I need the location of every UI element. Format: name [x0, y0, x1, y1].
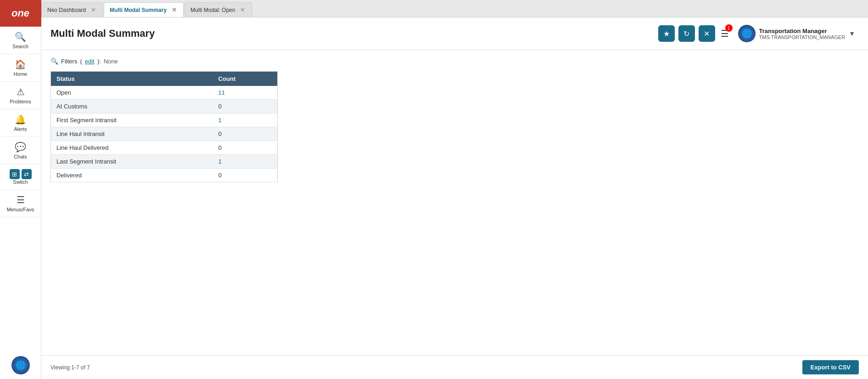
bell-icon: 🔔: [15, 114, 26, 125]
filters-value: None: [104, 58, 118, 65]
main-area: Neo Dashboard ✕ Multi Modal Summary ✕ Mu…: [41, 0, 868, 379]
filters-edit-link[interactable]: edit: [85, 58, 95, 65]
user-avatar: 🌐: [738, 25, 756, 42]
sidebar-label-home: Home: [14, 71, 27, 77]
count-link[interactable]: 11: [218, 89, 224, 96]
sidebar-user-avatar[interactable]: 🌐: [11, 356, 30, 374]
sidebar-label-switch: Switch: [13, 179, 28, 185]
tab-label-neo-dashboard: Neo Dashboard: [47, 7, 86, 13]
sidebar-bottom: 🌐: [0, 356, 41, 379]
warning-icon: ⚠: [17, 86, 25, 97]
close-button[interactable]: ✕: [699, 25, 715, 42]
sidebar-label-chats: Chats: [14, 154, 27, 159]
cell-count: 0: [213, 169, 277, 182]
content-header: Multi Modal Summary ★ ↻ ✕ ☰ 1 🌐 Transpor…: [41, 17, 868, 50]
sidebar-item-chats[interactable]: 💬 Chats: [0, 137, 41, 164]
user-profile[interactable]: 🌐 Transportation Manager TMS.TRANSPORTAT…: [734, 23, 859, 44]
star-icon: ★: [663, 29, 670, 38]
table-row: Last Segment Intransit1: [51, 155, 278, 169]
user-role: TMS.TRANSPORTATION_MANAGER: [759, 34, 846, 40]
notification-wrapper: ☰ 1: [719, 26, 731, 41]
viewing-text: Viewing 1-7 of 7: [50, 364, 90, 371]
dropdown-arrow-icon: ▼: [849, 30, 855, 37]
col-header-count: Count: [213, 72, 277, 86]
app-logo[interactable]: one: [0, 0, 41, 27]
cell-status: Last Segment Intransit: [51, 155, 213, 169]
switch-icons-row: ⊞ ⇄: [10, 169, 32, 179]
cell-count[interactable]: 1: [213, 113, 277, 127]
table-row: Line Haul Delivered0: [51, 141, 278, 155]
sidebar-item-search[interactable]: 🔍 Search: [0, 27, 41, 54]
search-icon: 🔍: [15, 31, 26, 42]
sidebar-label-problems: Problems: [10, 99, 31, 104]
sidebar-item-alerts[interactable]: 🔔 Alerts: [0, 109, 41, 137]
switch-icon-right: ⇄: [22, 169, 32, 179]
sidebar-item-switch[interactable]: ⊞ ⇄ Switch: [0, 164, 41, 190]
content-footer: Viewing 1-7 of 7 Export to CSV: [41, 355, 868, 379]
chat-icon: 💬: [15, 141, 26, 153]
tab-label-multi-modal-summary: Multi Modal Summary: [110, 7, 167, 13]
tab-close-multi-modal-summary[interactable]: ✕: [170, 6, 178, 14]
home-icon: 🏠: [15, 59, 26, 70]
cell-status: Delivered: [51, 169, 213, 182]
content-area: 🔍 Filters ( edit ): None Status Count Op…: [41, 50, 868, 355]
tab-close-multi-modal-open[interactable]: ✕: [239, 6, 246, 14]
col-header-status: Status: [51, 72, 213, 86]
cell-count[interactable]: 11: [213, 86, 277, 100]
tab-multi-modal-open[interactable]: Multi Modal: Open ✕: [185, 2, 252, 17]
table-header-row: Status Count: [51, 72, 278, 86]
page-title: Multi Modal Summary: [50, 28, 155, 40]
summary-table: Status Count Open11At Customs0First Segm…: [50, 71, 278, 182]
cell-status: Open: [51, 86, 213, 100]
switch-icon-left: ⊞: [10, 169, 20, 179]
sidebar-label-alerts: Alerts: [14, 126, 27, 132]
sidebar-label-search: Search: [12, 44, 28, 49]
header-actions: ★ ↻ ✕ ☰ 1 🌐 Transportation Manager TMS.T…: [658, 23, 859, 44]
tab-neo-dashboard[interactable]: Neo Dashboard ✕: [41, 2, 103, 17]
refresh-button[interactable]: ↻: [678, 25, 695, 42]
menu-icon: ☰: [17, 194, 25, 205]
table-row: Open11: [51, 86, 278, 100]
cell-count[interactable]: 1: [213, 155, 277, 169]
close-icon: ✕: [704, 29, 710, 38]
sidebar-item-menus-favs[interactable]: ☰ Menus/Favs: [0, 190, 41, 217]
table-row: Delivered0: [51, 169, 278, 182]
user-info: Transportation Manager TMS.TRANSPORTATIO…: [759, 28, 846, 40]
count-link[interactable]: 1: [218, 117, 221, 124]
filters-open-paren: (: [80, 58, 82, 65]
export-csv-button[interactable]: Export to CSV: [802, 360, 859, 374]
filters-close-paren: ):: [97, 58, 101, 65]
sidebar: one 🔍 Search 🏠 Home ⚠ Problems 🔔 Alerts …: [0, 0, 41, 379]
sidebar-item-home[interactable]: 🏠 Home: [0, 54, 41, 82]
filter-search-icon: 🔍: [50, 57, 58, 65]
notification-badge: 1: [725, 24, 733, 32]
table-row: First Segment Intransit1: [51, 113, 278, 127]
filters-label: Filters: [61, 58, 77, 65]
tab-multi-modal-summary[interactable]: Multi Modal Summary ✕: [104, 2, 184, 17]
cell-status: Line Haul Delivered: [51, 141, 213, 155]
tab-close-neo-dashboard[interactable]: ✕: [90, 6, 97, 14]
table-row: Line Haul Intransit0: [51, 127, 278, 141]
cell-count: 0: [213, 100, 277, 113]
count-link[interactable]: 1: [218, 158, 221, 165]
cell-status: Line Haul Intransit: [51, 127, 213, 141]
cell-count: 0: [213, 141, 277, 155]
table-row: At Customs0: [51, 100, 278, 113]
cell-status: First Segment Intransit: [51, 113, 213, 127]
cell-count: 0: [213, 127, 277, 141]
logo-text: one: [11, 7, 29, 19]
sidebar-item-problems[interactable]: ⚠ Problems: [0, 82, 41, 109]
user-name: Transportation Manager: [759, 28, 846, 34]
refresh-icon: ↻: [683, 29, 689, 38]
star-button[interactable]: ★: [658, 25, 675, 42]
sidebar-label-menus-favs: Menus/Favs: [7, 207, 34, 212]
filters-bar: 🔍 Filters ( edit ): None: [50, 57, 859, 65]
tab-label-multi-modal-open: Multi Modal: Open: [190, 7, 235, 13]
tab-bar: Neo Dashboard ✕ Multi Modal Summary ✕ Mu…: [41, 0, 868, 17]
cell-status: At Customs: [51, 100, 213, 113]
